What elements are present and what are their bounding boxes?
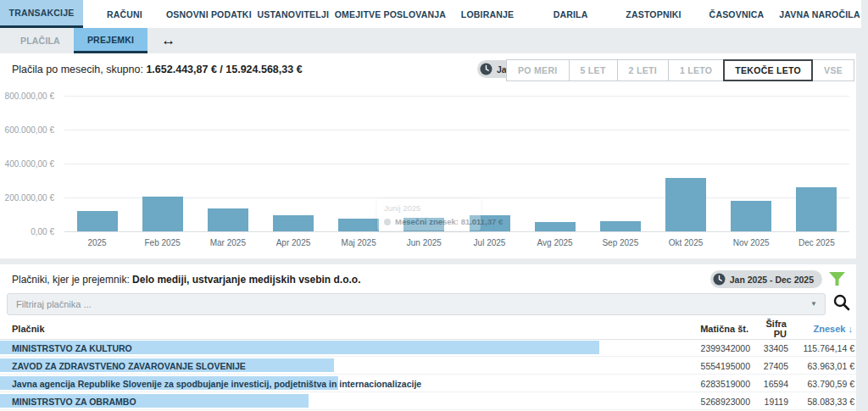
row-pu-code: 33405 bbox=[759, 343, 788, 353]
tooltip-value: 81.011,37 € bbox=[461, 217, 504, 226]
payers-heading-recipient: Delo mediji, ustvarjanje medijskih vsebi… bbox=[132, 274, 360, 286]
table-row-zavod-za-zdravstveno-zavarovanje-slovenije[interactable]: ZAVOD ZA ZDRAVSTVENO ZAVAROVANJE SLOVENI… bbox=[0, 358, 856, 375]
x-axis-label-2025: 2025 bbox=[64, 238, 130, 247]
time-range-buttons: PO MERI5 LET2 LETI1 LETOTEKOČE LETOVSE bbox=[507, 59, 854, 81]
x-axis-label-mar-2025: Mar 2025 bbox=[195, 238, 260, 247]
chart-bar-okt-2025[interactable] bbox=[665, 178, 706, 231]
row-amount: 63.790,59 € bbox=[795, 379, 854, 389]
y-axis-label: 400.000,00 € bbox=[5, 159, 54, 169]
column-payer: Plačnik bbox=[12, 324, 647, 334]
nav-tab-omejitve-poslovanja[interactable]: OMEJITVE POSLOVANJA bbox=[335, 0, 446, 28]
x-axis-label-okt-2025: Okt 2025 bbox=[654, 238, 719, 247]
range-button-5-let[interactable]: 5 LET bbox=[569, 59, 618, 81]
x-axis-label-apr-2025: Apr 2025 bbox=[261, 238, 326, 247]
chart-tooltip: Junij 2025 Mesečni znesek: 81.011,37 € bbox=[377, 199, 481, 230]
row-payer-name: Javna agencija Republike Slovenije za sp… bbox=[12, 379, 648, 389]
x-axis-label-dec-2025: Dec 2025 bbox=[784, 238, 849, 247]
chart-bar-dec-2025[interactable] bbox=[796, 187, 837, 231]
nav-tab-zastopniki[interactable]: ZASTOPNIKI bbox=[612, 0, 695, 28]
row-reg-no: 5554195000 bbox=[648, 361, 750, 371]
range-button-2-leti[interactable]: 2 LETI bbox=[617, 59, 669, 81]
x-axis-label-avg-2025: Avg 2025 bbox=[522, 238, 587, 247]
row-pu-code: 27405 bbox=[759, 361, 788, 371]
y-axis-label: 0,00 € bbox=[31, 227, 54, 236]
row-reg-no: 5268923000 bbox=[648, 397, 750, 407]
search-icon[interactable] bbox=[832, 293, 851, 312]
chart-bar-sep-2025[interactable] bbox=[600, 221, 641, 231]
column-amount-sort[interactable]: Znesek ↓ bbox=[793, 324, 853, 334]
tooltip-month: Junij 2025 bbox=[384, 203, 474, 213]
gridline-400-000-00 bbox=[64, 164, 849, 164]
chart-title-total: 1.652.443,87 € / 15.924.568,33 € bbox=[146, 64, 302, 75]
nav-tab-asovnica[interactable]: ČASOVNICA bbox=[695, 0, 778, 28]
chart-bar-nov-2025[interactable] bbox=[731, 201, 771, 231]
nav-tab-lobiranje[interactable]: LOBIRANJE bbox=[446, 0, 529, 28]
gridline-600-000-00 bbox=[64, 130, 849, 131]
payer-filter-input[interactable] bbox=[7, 293, 826, 315]
row-payer-name: ZAVOD ZA ZDRAVSTVENO ZAVAROVANJE SLOVENI… bbox=[12, 361, 648, 371]
table-row-javna-agencija-republike-slovenije-za-spodbujanje-investicij-podjetni-tva-in-internacionalizacije[interactable]: Javna agencija Republike Slovenije za sp… bbox=[0, 375, 856, 392]
row-reg-no: 2399342000 bbox=[648, 343, 750, 353]
row-amount: 58.083,33 € bbox=[795, 397, 854, 407]
row-payer-name: MINISTRSTVO ZA OBRAMBO bbox=[12, 397, 648, 407]
subnav-tab-prejemki[interactable]: PREJEMKI bbox=[74, 28, 147, 53]
chart-section: Plačila po mesecih, skupno: 1.652.443,87… bbox=[0, 53, 856, 258]
row-columns: MINISTRSTVO ZA OBRAMBO52689230001911958.… bbox=[0, 393, 856, 409]
y-axis-label: 200.000,00 € bbox=[5, 193, 54, 203]
payer-filter: ▼ bbox=[7, 293, 826, 315]
range-button-teko-e-leto[interactable]: TEKOČE LETO bbox=[723, 59, 813, 81]
nav-tab-ustanovitelji[interactable]: USTANOVITELJI bbox=[252, 0, 335, 28]
range-button-vse[interactable]: VSE bbox=[812, 59, 854, 81]
subnav-tab-pla-ila[interactable]: PLAČILA bbox=[7, 28, 74, 53]
row-columns: MINISTRSTVO ZA KULTURO239934200033405115… bbox=[0, 340, 856, 356]
x-axis-label-feb-2025: Feb 2025 bbox=[130, 238, 195, 247]
nav-tab-osnovni-podatki[interactable]: OSNOVNI PODATKI bbox=[166, 0, 252, 28]
row-columns: Javna agencija Republike Slovenije za sp… bbox=[0, 375, 856, 392]
table-row-ministrstvo-za-kulturo[interactable]: MINISTRSTVO ZA KULTURO239934200033405115… bbox=[0, 340, 856, 357]
row-columns: ZAVOD ZA ZDRAVSTVENO ZAVAROVANJE SLOVENI… bbox=[0, 358, 856, 374]
chart-bar-mar-2025[interactable] bbox=[208, 208, 248, 231]
row-reg-no: 6283519000 bbox=[648, 379, 750, 389]
payers-heading-prefix: Plačniki, kjer je prejemnik: bbox=[12, 274, 132, 286]
clock-icon bbox=[480, 63, 492, 75]
row-amount: 115.764,14 € bbox=[795, 343, 854, 353]
row-amount: 63.963,01 € bbox=[795, 361, 854, 371]
table-header: Plačnik Matična št. Šifra PU Znesek ↓ bbox=[0, 322, 854, 336]
gridline-0-00 bbox=[64, 231, 849, 232]
chart-bar-apr-2025[interactable] bbox=[273, 215, 314, 231]
chart-title-prefix: Plačila po mesecih, skupno: bbox=[12, 64, 146, 75]
payers-table: MINISTRSTVO ZA KULTURO239934200033405115… bbox=[0, 340, 856, 411]
nav-tab-javna-naro-ila[interactable]: JAVNA NAROČILA bbox=[778, 0, 861, 28]
x-axis-label-sep-2025: Sep 2025 bbox=[587, 238, 653, 247]
tooltip-dot-icon bbox=[384, 219, 391, 225]
chart-title: Plačila po mesecih, skupno: 1.652.443,87… bbox=[12, 64, 303, 75]
x-axis-label-jun-2025: Jun 2025 bbox=[392, 238, 457, 247]
nav-tab-ra-uni[interactable]: RAČUNI bbox=[83, 0, 166, 28]
row-pu-code: 16594 bbox=[759, 379, 788, 389]
column-pu-code: Šifra PU bbox=[757, 319, 787, 339]
chart-bar-avg-2025[interactable] bbox=[535, 222, 576, 231]
row-payer-name: MINISTRSTVO ZA KULTURO bbox=[12, 343, 648, 353]
chart-bar-maj-2025[interactable] bbox=[338, 219, 379, 231]
x-axis-label-jul-2025: Jul 2025 bbox=[457, 238, 522, 247]
payers-heading: Plačniki, kjer je prejemnik: Delo mediji… bbox=[12, 274, 360, 286]
sub-nav: PLAČILAPREJEMKI↔ bbox=[7, 28, 175, 53]
gridline-800-000-00 bbox=[64, 96, 849, 97]
filter-funnel-icon[interactable] bbox=[828, 271, 846, 286]
clock-icon bbox=[713, 273, 726, 286]
sort-down-icon: ↓ bbox=[849, 324, 854, 334]
range-button-po-meri[interactable]: PO MERI bbox=[506, 59, 569, 81]
nav-tab-darila[interactable]: DARILA bbox=[529, 0, 612, 28]
table-row-ministrstvo-za-obrambo[interactable]: MINISTRSTVO ZA OBRAMBO52689230001911958.… bbox=[0, 393, 856, 410]
chart-bar-feb-2025[interactable] bbox=[142, 197, 183, 231]
chart-bar-2025[interactable] bbox=[77, 211, 118, 231]
column-reg-no: Matična št. bbox=[647, 324, 748, 334]
payers-section: Plačniki, kjer je prejemnik: Delo mediji… bbox=[0, 264, 856, 411]
row-pu-code: 19119 bbox=[759, 397, 788, 407]
nav-tab-transakcije[interactable]: TRANSAKCIJE bbox=[0, 0, 83, 28]
table-date-range-badge: Jan 2025 - Dec 2025 bbox=[710, 270, 822, 288]
range-button-1-leto[interactable]: 1 LETO bbox=[668, 59, 724, 81]
y-axis-label: 600.000,00 € bbox=[5, 125, 54, 135]
swap-arrows-icon[interactable]: ↔ bbox=[161, 28, 175, 53]
x-axis-label-maj-2025: Maj 2025 bbox=[326, 238, 392, 247]
